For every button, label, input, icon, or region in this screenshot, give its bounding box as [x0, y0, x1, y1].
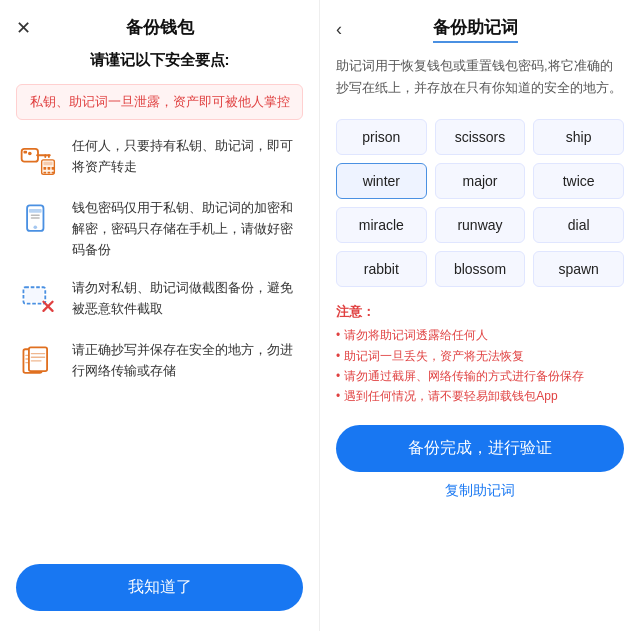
phone-icon — [16, 198, 60, 242]
security-item-screenshot-text: 请勿对私钥、助记词做截图备份，避免被恶意软件截取 — [72, 278, 303, 320]
word-cell-7: miracle — [336, 207, 427, 243]
word-cell-3: ship — [533, 119, 624, 155]
close-icon[interactable]: ✕ — [16, 17, 31, 39]
svg-rect-7 — [43, 162, 52, 166]
notice-section: 注意： 请勿将助记词透露给任何人助记词一旦丢失，资产将无法恢复请勿通过截屏、网络… — [320, 299, 640, 417]
screenshot-icon — [16, 278, 60, 322]
svg-rect-1 — [23, 151, 27, 154]
svg-rect-17 — [31, 215, 40, 216]
left-panel: ✕ 备份钱包 请谨记以下安全要点: 私钥、助记词一旦泄露，资产即可被他人掌控 — [0, 0, 320, 631]
word-cell-4: winter — [336, 163, 427, 199]
svg-rect-27 — [29, 348, 47, 372]
svg-rect-8 — [43, 167, 46, 170]
know-button[interactable]: 我知道了 — [16, 564, 303, 611]
notice-title: 注意： — [336, 303, 624, 321]
right-header: ‹ 备份助记词 — [320, 0, 640, 55]
security-item-copy-text: 请正确抄写并保存在安全的地方，勿进行网络传输或存储 — [72, 340, 303, 382]
svg-rect-18 — [31, 217, 40, 218]
security-item-screenshot: 请勿对私钥、助记词做截图备份，避免被恶意软件截取 — [16, 278, 303, 322]
word-cell-6: twice — [533, 163, 624, 199]
word-cell-2: scissors — [435, 119, 526, 155]
svg-rect-9 — [48, 167, 51, 170]
copy-icon — [16, 340, 60, 384]
security-item-copy: 请正确抄写并保存在安全的地方，勿进行网络传输或存储 — [16, 340, 303, 384]
right-footer: 备份完成，进行验证 复制助记词 — [320, 417, 640, 504]
svg-rect-30 — [31, 361, 42, 362]
notice-item-1: 请勿将助记词透露给任何人 — [336, 325, 624, 345]
left-title: 备份钱包 — [126, 16, 194, 39]
right-panel: ‹ 备份助记词 助记词用于恢复钱包或重置钱包密码,将它准确的抄写在纸上，并存放在… — [320, 0, 640, 631]
notice-item-2: 助记词一旦丢失，资产将无法恢复 — [336, 346, 624, 366]
word-cell-9: dial — [533, 207, 624, 243]
left-footer: 我知道了 — [0, 552, 319, 611]
security-item-key-text: 任何人，只要持有私钥、助记词，即可将资产转走 — [72, 136, 303, 178]
svg-point-2 — [28, 152, 32, 156]
key-icon — [16, 136, 60, 180]
word-cell-12: spawn — [533, 251, 624, 287]
back-icon[interactable]: ‹ — [336, 19, 342, 40]
word-cell-8: runway — [435, 207, 526, 243]
svg-rect-29 — [31, 357, 46, 358]
word-grid: prisonscissorsshipwintermajortwicemiracl… — [320, 111, 640, 299]
left-header: ✕ 备份钱包 — [0, 0, 319, 51]
security-item-phone-text: 钱包密码仅用于私钥、助记词的加密和解密，密码只存储在手机上，请做好密码备份 — [72, 198, 303, 260]
svg-rect-28 — [31, 353, 46, 354]
copy-mnemonic-link[interactable]: 复制助记词 — [445, 482, 515, 500]
svg-rect-10 — [52, 167, 55, 170]
notice-items: 请勿将助记词透露给任何人助记词一旦丢失，资产将无法恢复请勿通过截屏、网络传输的方… — [336, 325, 624, 407]
word-cell-10: rabbit — [336, 251, 427, 287]
backup-button[interactable]: 备份完成，进行验证 — [336, 425, 624, 472]
svg-rect-12 — [48, 172, 51, 174]
mnemonic-description: 助记词用于恢复钱包或重置钱包密码,将它准确的抄写在纸上，并存放在只有你知道的安全… — [320, 55, 640, 111]
security-items: 任何人，只要持有私钥、助记词，即可将资产转走 钱包密码仅用于私钥、助记词的加密和… — [0, 136, 319, 552]
svg-rect-11 — [43, 172, 46, 174]
svg-point-16 — [33, 225, 37, 229]
svg-rect-5 — [44, 154, 46, 158]
word-cell-11: blossom — [435, 251, 526, 287]
svg-rect-13 — [52, 172, 55, 174]
svg-rect-15 — [29, 209, 42, 213]
svg-rect-4 — [48, 154, 50, 158]
notice-item-3: 请勿通过截屏、网络传输的方式进行备份保存 — [336, 366, 624, 386]
right-title-container: 备份助记词 — [350, 16, 624, 43]
warning-banner: 私钥、助记词一旦泄露，资产即可被他人掌控 — [16, 84, 303, 120]
right-title: 备份助记词 — [433, 16, 518, 43]
security-title: 请谨记以下安全要点: — [0, 51, 319, 70]
security-item-key: 任何人，只要持有私钥、助记词，即可将资产转走 — [16, 136, 303, 180]
notice-item-4: 遇到任何情况，请不要轻易卸载钱包App — [336, 386, 624, 406]
word-cell-1: prison — [336, 119, 427, 155]
security-item-phone: 钱包密码仅用于私钥、助记词的加密和解密，密码只存储在手机上，请做好密码备份 — [16, 198, 303, 260]
word-cell-5: major — [435, 163, 526, 199]
svg-rect-20 — [25, 289, 43, 302]
